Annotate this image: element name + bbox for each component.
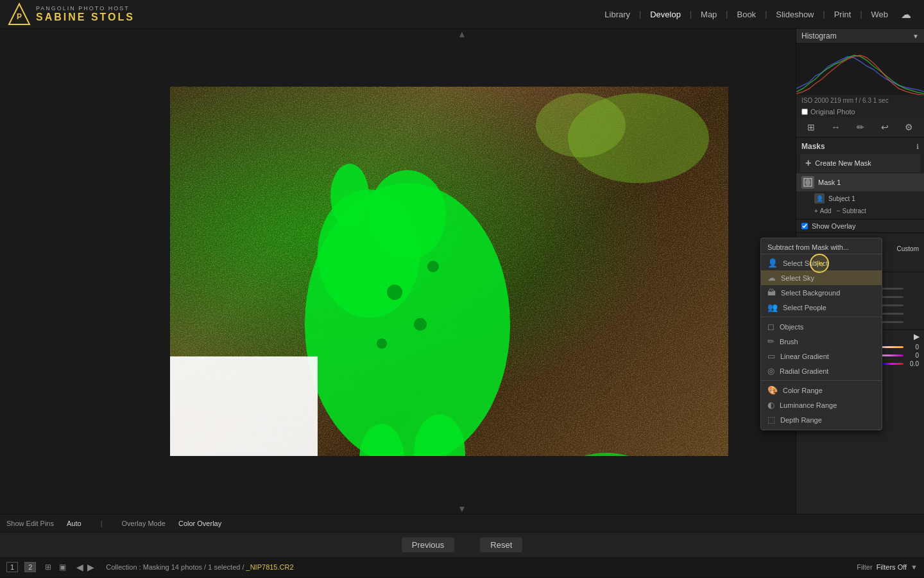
select-sky-highlight-circle: Sky	[810, 254, 829, 273]
masks-section: Masks ℹ + Create New Mask Mask 1 👤 Subje…	[796, 137, 924, 220]
depth-range-item[interactable]: ⬚ Depth Range	[761, 412, 882, 427]
original-photo-checkbox-row: Original Photo	[796, 106, 924, 118]
crop-tool[interactable]: ⊞	[805, 121, 817, 134]
collection-filename[interactable]: _NIP7815.CR2	[246, 563, 294, 571]
show-overlay-checkbox[interactable]	[801, 223, 808, 229]
show-overlay-row: Show Overlay	[796, 220, 924, 233]
objects-label: Objects	[780, 323, 803, 331]
prev-arrow-icon[interactable]: ◀	[75, 561, 85, 574]
radial-gradient-icon: ◎	[767, 366, 774, 376]
select-background-icon: 🏔	[767, 288, 776, 297]
svg-point-16	[536, 93, 626, 157]
luminance-range-item[interactable]: ◐ Luminance Range	[761, 398, 882, 412]
logo-bottom-text: SABINE STOLS	[36, 12, 135, 23]
transform-tool[interactable]: ↔	[828, 121, 843, 134]
photo-container	[170, 87, 728, 456]
page-number-2[interactable]: 2	[24, 562, 36, 572]
svg-text:P: P	[17, 12, 22, 21]
luminance-range-icon: ◐	[767, 400, 774, 410]
nav-develop[interactable]: Develop	[644, 10, 687, 19]
objects-icon: ◻	[767, 322, 774, 331]
add-subtract-row: + Add − Subtract	[796, 206, 924, 216]
brush-tool[interactable]: ✏	[854, 121, 867, 134]
color-range-item[interactable]: 🎨 Color Range	[761, 383, 882, 398]
filmstrip-area: 1 2 ⊞ ▣ ◀ ▶ Collection : Masking 14 phot…	[0, 557, 924, 578]
preset-value: Custom	[897, 245, 919, 252]
dropdown-divider-2	[761, 380, 882, 381]
create-new-mask-button[interactable]: + Create New Mask	[800, 154, 920, 172]
color-expand-icon[interactable]: ▶	[914, 333, 919, 341]
filter-value[interactable]: Filters Off	[877, 563, 907, 571]
nav-library[interactable]: Library	[598, 10, 637, 19]
nav-slideshow[interactable]: Slideshow	[769, 10, 820, 19]
subtract-icon: −	[837, 207, 841, 215]
nav-arrows: ◀ ▶	[75, 561, 96, 574]
mask-icon-svg	[803, 177, 813, 188]
temp-value: 0	[906, 344, 919, 351]
logo-text: PANGOLIN PHOTO HOST SABINE STOLS	[36, 5, 135, 23]
nav-map[interactable]: Map	[694, 10, 723, 19]
histogram-canvas	[796, 44, 924, 95]
nav-book[interactable]: Book	[730, 10, 762, 19]
page-number-1[interactable]: 1	[6, 562, 18, 572]
overlay-mode-value[interactable]: Color Overlay	[178, 520, 221, 527]
logo-area: P PANGOLIN PHOTO HOST SABINE STOLS	[0, 3, 135, 26]
filmstrip-toolbar: 1 2 ⊞ ▣ ◀ ▶ Collection : Masking 14 phot…	[0, 558, 924, 577]
grid-view-icon[interactable]: ⊞	[42, 561, 54, 573]
show-overlay-label: Show Overlay	[812, 222, 855, 230]
histogram-collapse-icon[interactable]: ▼	[912, 33, 919, 40]
original-photo-label: Original Photo	[810, 108, 855, 116]
center-photo-area	[103, 29, 796, 514]
color-range-label: Color Range	[783, 387, 823, 394]
add-button[interactable]: + Add	[814, 207, 832, 215]
histogram-header: Histogram ▼	[796, 29, 924, 44]
top-navigation: P PANGOLIN PHOTO HOST SABINE STOLS Libra…	[0, 0, 924, 29]
single-view-icon[interactable]: ▣	[56, 561, 69, 573]
select-background-item[interactable]: 🏔 Select Background	[761, 285, 882, 300]
status-bar: Show Edit Pins Auto | Overlay Mode Color…	[0, 514, 924, 532]
select-sky-label: Select Sky	[781, 274, 814, 282]
masks-info-icon[interactable]: ℹ	[916, 143, 919, 151]
linear-gradient-label: Linear Gradient	[780, 353, 829, 360]
healing-tool[interactable]: ↩	[878, 121, 891, 134]
original-photo-checkbox[interactable]	[801, 109, 808, 115]
reset-button[interactable]: Reset	[480, 538, 522, 552]
show-edit-pins-value[interactable]: Auto	[67, 520, 81, 527]
subject1-label: Subject 1	[828, 195, 855, 202]
prev-reset-bar: Previous Reset	[0, 532, 924, 557]
overlay-mode-label: Overlay Mode	[121, 520, 165, 527]
show-edit-pins-label: Show Edit Pins	[6, 520, 54, 527]
svg-point-18	[805, 179, 810, 186]
histogram-title: Histogram	[801, 31, 837, 40]
subject1-icon: 👤	[814, 193, 825, 204]
linear-gradient-item[interactable]: ▭ Linear Gradient	[761, 349, 882, 363]
nav-print[interactable]: Print	[828, 10, 858, 19]
objects-item[interactable]: ◻ Objects	[761, 319, 882, 334]
settings-tool[interactable]: ⚙	[902, 121, 916, 134]
dropdown-title: Subtract from Mask with...	[761, 241, 882, 254]
dropdown-divider-1	[761, 317, 882, 317]
mask1-icon	[801, 176, 814, 189]
masks-section-header: Masks ℹ	[796, 140, 924, 153]
cloud-icon[interactable]: ☁	[901, 8, 911, 21]
next-arrow-icon[interactable]: ▶	[86, 561, 96, 574]
filter-area: Filter Filters Off ▼	[857, 563, 918, 571]
radial-gradient-item[interactable]: ◎ Radial Gradient	[761, 363, 882, 378]
histogram-chart	[796, 44, 924, 95]
left-panel	[0, 29, 103, 514]
subtract-button[interactable]: − Subtract	[837, 207, 866, 215]
select-sky-circle-label: Sky	[814, 260, 824, 267]
view-icons: ⊞ ▣	[42, 561, 69, 573]
mask1-row[interactable]: Mask 1	[796, 173, 924, 191]
filter-dropdown-icon[interactable]: ▼	[911, 563, 918, 571]
select-subject-icon: 👤	[767, 258, 778, 268]
create-new-mask-plus-icon: +	[805, 157, 811, 169]
bottom-collapse-button[interactable]: ▼	[458, 504, 466, 514]
brush-item[interactable]: ✏ Brush	[761, 334, 882, 349]
nav-web[interactable]: Web	[865, 10, 895, 19]
top-collapse-button[interactable]: ▲	[458, 29, 466, 39]
previous-button[interactable]: Previous	[402, 538, 455, 552]
subject1-row[interactable]: 👤 Subject 1	[796, 191, 924, 206]
create-new-mask-label: Create New Mask	[815, 159, 871, 167]
select-people-item[interactable]: 👥 Select People	[761, 300, 882, 315]
